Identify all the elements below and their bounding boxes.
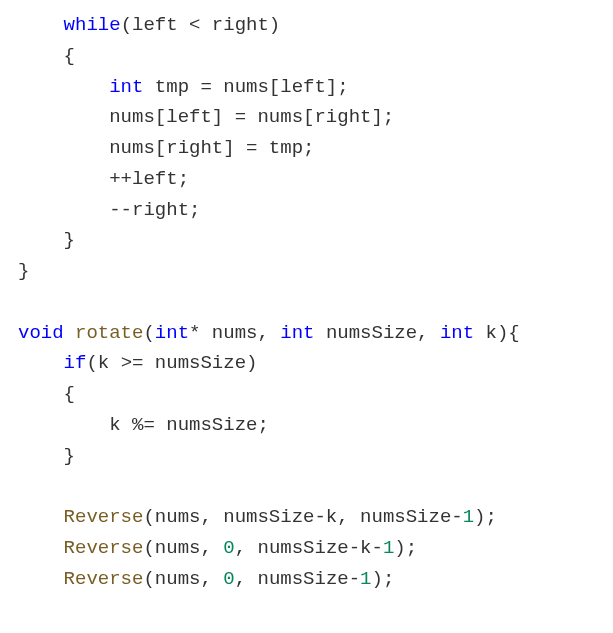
code-line: k %= numsSize;: [18, 414, 269, 436]
code-line: {: [18, 45, 75, 67]
code-line: Reverse(nums, numsSize-k, numsSize-1);: [18, 506, 497, 528]
code-line: Reverse(nums, 0, numsSize-k-1);: [18, 537, 417, 559]
code-line: Reverse(nums, 0, numsSize-1);: [18, 568, 394, 590]
code-line: while(left < right): [18, 14, 280, 36]
code-line: if(k >= numsSize): [18, 352, 257, 374]
code-line: int tmp = nums[left];: [18, 76, 349, 98]
code-line: }: [18, 445, 75, 467]
code-line: nums[left] = nums[right];: [18, 106, 394, 128]
code-line: void rotate(int* nums, int numsSize, int…: [18, 322, 520, 344]
code-block: while(left < right) { int tmp = nums[lef…: [0, 0, 613, 595]
code-line: ++left;: [18, 168, 189, 190]
code-line: --right;: [18, 199, 200, 221]
code-line: nums[right] = tmp;: [18, 137, 314, 159]
code-line: }: [18, 229, 75, 251]
code-line: }: [18, 260, 29, 282]
code-line: {: [18, 383, 75, 405]
